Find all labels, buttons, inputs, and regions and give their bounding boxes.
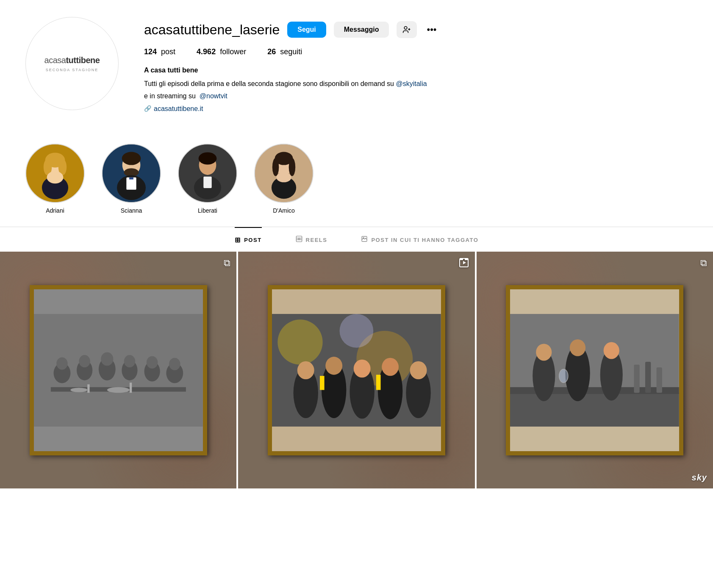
svg-point-38 bbox=[56, 357, 68, 369]
highlight-label-adriani: Adriani bbox=[46, 207, 64, 214]
highlight-label-liberati: Liberati bbox=[198, 207, 217, 214]
highlight-liberati[interactable]: Liberati bbox=[178, 144, 237, 214]
svg-marker-72 bbox=[463, 261, 466, 264]
post3-content bbox=[477, 252, 713, 488]
svg-point-12 bbox=[122, 152, 141, 165]
svg-point-49 bbox=[70, 388, 87, 392]
username-row: acasatuttibene_laserie Segui Messaggio •… bbox=[144, 21, 688, 38]
svg-point-54 bbox=[277, 319, 322, 364]
svg-point-58 bbox=[297, 361, 314, 379]
svg-point-26 bbox=[289, 158, 296, 176]
bio-streaming-text: e in streaming su bbox=[144, 92, 196, 100]
svg-point-56 bbox=[340, 314, 374, 348]
post2-photo bbox=[272, 289, 441, 451]
tab-reels-label: REELS bbox=[306, 237, 327, 243]
profile-top: acasatuttibene SECONDA STAGIONE acasatut… bbox=[25, 17, 688, 114]
segui-button[interactable]: Segui bbox=[287, 22, 326, 38]
svg-point-84 bbox=[604, 342, 619, 359]
highlights-section: Adriani Scianna bbox=[0, 135, 713, 227]
tab-post[interactable]: ⊞ POST bbox=[235, 227, 262, 252]
svg-point-85 bbox=[559, 369, 568, 383]
svg-rect-78 bbox=[657, 367, 662, 393]
avatar-inner: acasatuttibene SECONDA STAGIONE bbox=[26, 17, 118, 110]
post2-content bbox=[238, 252, 474, 488]
svg-rect-77 bbox=[645, 362, 651, 393]
svg-point-50 bbox=[107, 387, 130, 392]
svg-rect-21 bbox=[203, 177, 211, 188]
more-button[interactable]: ••• bbox=[424, 22, 438, 37]
followers-label: follower bbox=[220, 47, 246, 56]
post1-photo bbox=[34, 289, 203, 451]
svg-point-60 bbox=[325, 357, 342, 375]
reels-tab-icon bbox=[296, 236, 302, 244]
sky-watermark: sky bbox=[692, 473, 707, 483]
tab-tagged[interactable]: POST IN CUI TI HANNO TAGGATO bbox=[361, 227, 478, 252]
tab-post-label: POST bbox=[244, 237, 261, 243]
highlight-circle-damico bbox=[254, 144, 313, 203]
highlight-adriani[interactable]: Adriani bbox=[25, 144, 85, 214]
stats-row: 124 post 4.962 follower 26 seguiti bbox=[144, 47, 688, 56]
highlight-circle-adriani bbox=[25, 144, 85, 203]
now-mention[interactable]: @nowtvit bbox=[200, 92, 227, 100]
link-icon: 🔗 bbox=[144, 104, 151, 113]
highlight-damico[interactable]: D'Amico bbox=[254, 144, 313, 214]
svg-rect-67 bbox=[320, 376, 325, 390]
svg-point-19 bbox=[199, 153, 217, 165]
highlight-circle-scianna bbox=[102, 144, 161, 203]
svg-point-62 bbox=[354, 359, 371, 377]
svg-point-42 bbox=[101, 352, 113, 366]
post3-multiple-icon: ⧉ bbox=[700, 258, 707, 269]
bio-text: Tutti gli episodi della prima e della se… bbox=[144, 78, 688, 89]
tagged-tab-icon bbox=[361, 236, 368, 244]
following-stat[interactable]: 26 seguiti bbox=[267, 47, 302, 56]
highlight-scianna[interactable]: Scianna bbox=[102, 144, 161, 214]
posts-stat: 124 post bbox=[144, 47, 175, 56]
followers-stat[interactable]: 4.962 follower bbox=[197, 47, 246, 56]
add-person-button[interactable] bbox=[397, 21, 417, 38]
tabs-section: ⊞ POST REELS POST IN CUI TI HANNO TAGGAT… bbox=[0, 227, 713, 252]
svg-rect-74 bbox=[510, 393, 679, 427]
svg-point-40 bbox=[79, 355, 90, 367]
posts-count: 124 bbox=[144, 47, 157, 56]
svg-rect-51 bbox=[87, 384, 89, 393]
post-cell-1[interactable]: ⧉ bbox=[0, 252, 236, 488]
svg-point-64 bbox=[382, 358, 399, 376]
avatar[interactable]: acasatuttibene SECONDA STAGIONE bbox=[25, 17, 119, 110]
bio-text2: e in streaming su @nowtvit bbox=[144, 91, 688, 102]
svg-point-48 bbox=[169, 358, 180, 370]
svg-point-80 bbox=[536, 344, 552, 361]
profile-info: acasatuttibene_laserie Segui Messaggio •… bbox=[144, 17, 688, 114]
post1-frame bbox=[30, 285, 207, 455]
post-tab-icon: ⊞ bbox=[235, 236, 241, 244]
messaggio-button[interactable]: Messaggio bbox=[334, 22, 389, 38]
website-link[interactable]: acasatuttibene.it bbox=[154, 103, 203, 114]
avatar-logo: acasatuttibene SECONDA STAGIONE bbox=[36, 47, 108, 80]
tab-reels[interactable]: REELS bbox=[296, 227, 327, 252]
posts-label: post bbox=[161, 47, 175, 56]
svg-rect-29 bbox=[296, 236, 302, 242]
bio-name: A casa tutti bene bbox=[144, 65, 688, 76]
post1-content bbox=[0, 252, 236, 488]
svg-point-0 bbox=[405, 27, 408, 30]
svg-rect-52 bbox=[130, 383, 132, 393]
following-count: 26 bbox=[267, 47, 276, 56]
post2-frame bbox=[268, 285, 445, 455]
bio-section: A casa tutti bene Tutti gli episodi dell… bbox=[144, 65, 688, 114]
svg-rect-68 bbox=[376, 374, 381, 390]
tab-tagged-label: POST IN CUI TI HANNO TAGGATO bbox=[371, 237, 478, 243]
post-cell-2[interactable] bbox=[238, 252, 474, 488]
post3-frame bbox=[506, 285, 683, 455]
svg-point-66 bbox=[410, 361, 427, 379]
posts-grid: ⧉ bbox=[0, 252, 713, 488]
svg-point-82 bbox=[570, 339, 585, 356]
highlight-label-scianna: Scianna bbox=[121, 207, 142, 214]
highlight-circle-liberati bbox=[178, 144, 237, 203]
username: acasatuttibene_laserie bbox=[144, 22, 280, 38]
svg-point-9 bbox=[47, 172, 64, 184]
following-label: seguiti bbox=[280, 47, 302, 56]
highlight-label-damico: D'Amico bbox=[273, 207, 295, 214]
post-cell-3[interactable]: ⧉ sky bbox=[477, 252, 713, 488]
sky-mention[interactable]: @skyitalia bbox=[396, 80, 427, 87]
svg-rect-16 bbox=[129, 178, 133, 180]
profile-section: acasatuttibene SECONDA STAGIONE acasatut… bbox=[0, 0, 713, 135]
